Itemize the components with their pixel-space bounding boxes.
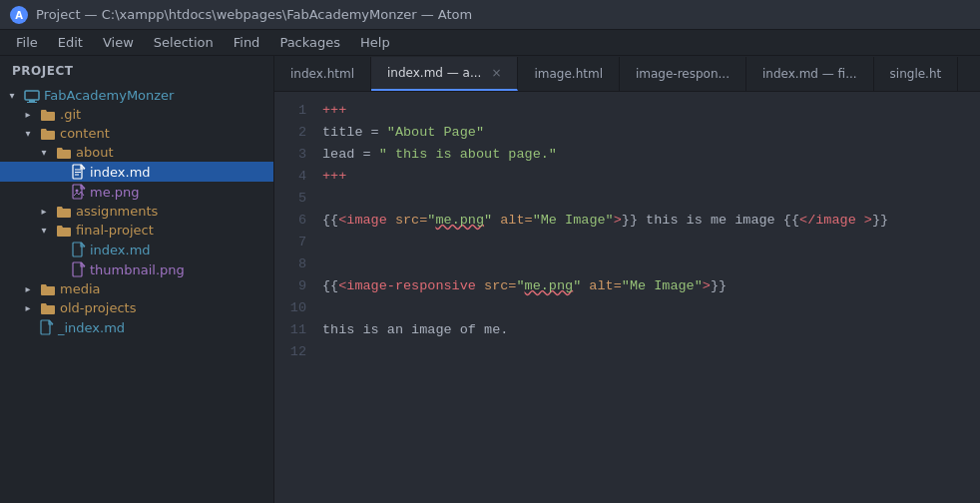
editor-area: index.html index.md — a... × image.html … xyxy=(274,56,980,503)
code-line-4: 4 +++ xyxy=(274,166,980,188)
tree-item-content[interactable]: content xyxy=(0,124,273,143)
folder-icon-media xyxy=(40,282,56,296)
line-content-7 xyxy=(322,232,980,253)
line-num-5: 5 xyxy=(274,188,322,210)
old-projects-label: old-projects xyxy=(60,300,136,315)
tab-index-md-fi[interactable]: index.md — fi... xyxy=(746,57,874,91)
line-num-4: 4 xyxy=(274,166,322,188)
tree-item-about[interactable]: about xyxy=(0,143,273,162)
menu-file[interactable]: File xyxy=(8,33,46,52)
md-file-icon-fp xyxy=(72,242,86,257)
line-content-8 xyxy=(322,253,980,275)
line-content-11: this is an image of me. xyxy=(322,319,980,341)
tree-item-index-md[interactable]: index.md xyxy=(0,162,273,182)
menu-edit[interactable]: Edit xyxy=(50,33,91,52)
tree-item-thumbnail[interactable]: thumbnail.png xyxy=(0,259,273,279)
tab-single-ht[interactable]: single.ht xyxy=(874,57,959,91)
line-num-1: 1 xyxy=(274,100,322,122)
tree-item-me-png[interactable]: me.png xyxy=(0,182,273,202)
folder-icon-final xyxy=(56,224,72,238)
tree-item-fp-index[interactable]: index.md xyxy=(0,240,273,259)
tree-item-final-project[interactable]: final-project xyxy=(0,221,273,240)
code-line-9: 9 {{<image-responsive src="me.png" alt="… xyxy=(274,275,980,297)
menu-packages[interactable]: Packages xyxy=(271,33,348,52)
main-layout: Project FabAcademyMonzer .git xyxy=(0,56,980,503)
folder-icon-assignments xyxy=(56,205,72,219)
line-num-12: 12 xyxy=(274,341,322,363)
tab-image-html[interactable]: image.html xyxy=(518,57,620,91)
code-line-11: 11 this is an image of me. xyxy=(274,319,980,341)
line-content-9: {{<image-responsive src="me.png" alt="Me… xyxy=(322,275,980,297)
chevron-old xyxy=(20,302,36,313)
tree-item-assignments[interactable]: assignments xyxy=(0,202,273,221)
thumbnail-label: thumbnail.png xyxy=(90,262,185,277)
sidebar: Project FabAcademyMonzer .git xyxy=(0,56,274,503)
line-content-2: title = "About Page" xyxy=(322,122,980,144)
media-label: media xyxy=(60,281,101,296)
img-file-icon-thumb xyxy=(72,261,86,277)
line-num-2: 2 xyxy=(274,122,322,144)
line-content-12 xyxy=(322,341,980,363)
fp-index-label: index.md xyxy=(90,243,151,257)
app-icon: A xyxy=(10,6,28,24)
folder-icon-about xyxy=(56,146,72,160)
computer-icon xyxy=(24,89,40,103)
menu-selection[interactable]: Selection xyxy=(146,33,222,52)
code-editor[interactable]: 1 +++ 2 title = "About Page" 3 lead = " … xyxy=(274,92,980,503)
code-line-12: 12 xyxy=(274,341,980,363)
folder-icon-old xyxy=(40,301,56,315)
img-file-icon xyxy=(72,184,86,200)
chevron-root xyxy=(4,90,20,101)
assignments-label: assignments xyxy=(76,204,158,219)
code-line-5: 5 xyxy=(274,188,980,210)
line-num-6: 6 xyxy=(274,210,322,232)
tab-index-md-active[interactable]: index.md — a... × xyxy=(371,57,518,91)
root-label: FabAcademyMonzer xyxy=(44,88,174,103)
chevron-media xyxy=(20,283,36,294)
line-content-10 xyxy=(322,297,980,319)
tab-close-active[interactable]: × xyxy=(491,66,501,80)
tree-item-git[interactable]: .git xyxy=(0,105,273,124)
svg-rect-4 xyxy=(27,102,37,103)
code-line-8: 8 xyxy=(274,253,980,275)
svg-point-12 xyxy=(76,190,79,193)
folder-icon-content xyxy=(40,127,56,141)
chevron-final xyxy=(36,225,52,236)
me-png-label: me.png xyxy=(90,185,140,200)
chevron-about xyxy=(36,147,52,158)
tab-index-html[interactable]: index.html xyxy=(274,57,371,91)
git-label: .git xyxy=(60,107,81,122)
final-label: final-project xyxy=(76,223,154,238)
md-file-icon xyxy=(72,164,86,180)
root-index-label: _index.md xyxy=(58,320,125,335)
code-line-10: 10 xyxy=(274,297,980,319)
tree-item-old-projects[interactable]: old-projects xyxy=(0,298,273,317)
line-content-1: +++ xyxy=(322,100,980,122)
index-md-label: index.md xyxy=(90,165,151,180)
chevron-content xyxy=(20,128,36,139)
line-num-11: 11 xyxy=(274,319,322,341)
tab-image-responsive[interactable]: image-respon... xyxy=(620,57,746,91)
tree-item-media[interactable]: media xyxy=(0,279,273,298)
menu-view[interactable]: View xyxy=(95,33,142,52)
chevron-assignments xyxy=(36,206,52,217)
svg-text:A: A xyxy=(15,10,23,21)
tree-item-root[interactable]: FabAcademyMonzer xyxy=(0,86,273,105)
md-file-icon-root xyxy=(40,319,54,335)
code-line-2: 2 title = "About Page" xyxy=(274,122,980,144)
menu-help[interactable]: Help xyxy=(352,33,398,52)
menubar: File Edit View Selection Find Packages H… xyxy=(0,30,980,56)
titlebar-title: Project — C:\xampp\htdocs\webpages\FabAc… xyxy=(36,7,472,22)
line-content-6: {{<image src="me.png" alt="Me Image">}} … xyxy=(322,210,980,232)
code-line-3: 3 lead = " this is about page." xyxy=(274,144,980,166)
line-num-7: 7 xyxy=(274,232,322,253)
line-num-3: 3 xyxy=(274,144,322,166)
code-line-1: 1 +++ xyxy=(274,100,980,122)
about-label: about xyxy=(76,145,114,160)
line-num-8: 8 xyxy=(274,253,322,275)
menu-find[interactable]: Find xyxy=(226,33,268,52)
tab-bar: index.html index.md — a... × image.html … xyxy=(274,56,980,92)
sidebar-header: Project xyxy=(0,56,273,86)
tree-item-root-index[interactable]: _index.md xyxy=(0,317,273,337)
line-num-9: 9 xyxy=(274,275,322,297)
